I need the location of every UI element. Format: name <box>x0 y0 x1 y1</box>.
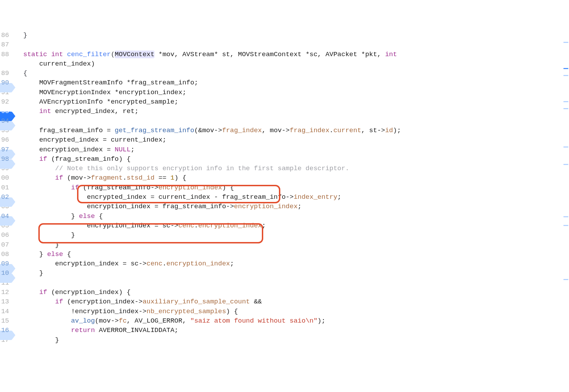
code-text[interactable]: MOVFragmentStreamInfo *frag_stream_info; <box>14 78 198 88</box>
minimap-marker <box>563 216 568 217</box>
code-line[interactable]: 11 <box>0 278 401 288</box>
code-text[interactable]: current_index) <box>14 59 95 69</box>
line-number: 14 <box>0 307 10 316</box>
code-text[interactable]: } <box>14 336 59 345</box>
code-line[interactable]: 86 } <box>0 31 401 40</box>
code-line[interactable]: 99 // Note this only supports encryption… <box>0 164 401 173</box>
code-editor[interactable]: 86 }8788 static int cenc_filter(MOVConte… <box>0 31 569 345</box>
code-text[interactable]: encrypted_index = current_index - frag_s… <box>14 193 341 202</box>
code-line[interactable]: 06 } <box>0 231 401 240</box>
line-number: 88 <box>0 50 10 59</box>
line-number: 96 <box>0 135 10 145</box>
code-text[interactable]: MOVEncryptionIndex *encryption_index; <box>14 88 186 97</box>
code-line[interactable]: 07 } <box>0 240 401 250</box>
line-number: 06 <box>0 231 10 240</box>
minimap[interactable] <box>563 0 569 392</box>
code-text[interactable]: if (encryption_index->auxiliary_info_sam… <box>14 297 262 307</box>
minimap-marker <box>563 164 568 165</box>
code-line[interactable]: 05 encryption_index = sc->cenc.encryptio… <box>0 221 401 231</box>
code-line[interactable]: 00 if (mov->fragment.stsd_id == 1) { <box>0 173 401 183</box>
code-text[interactable]: // Note this only supports encryption in… <box>14 164 349 173</box>
line-number: 02 <box>0 193 10 202</box>
line-number: 09 <box>0 259 10 269</box>
code-line[interactable]: 08 } else { <box>0 250 401 259</box>
line-number: 94 <box>0 116 10 126</box>
code-line[interactable]: 97 encryption_index = NULL; <box>0 145 401 154</box>
code-line[interactable]: 93 int encrypted_index, ret; <box>0 107 401 116</box>
code-text[interactable]: if (encryption_index) { <box>14 288 131 297</box>
minimap-marker <box>563 68 568 69</box>
code-text[interactable]: return AVERROR_INVALIDDATA; <box>14 326 179 335</box>
line-number: 92 <box>0 97 10 107</box>
code-text[interactable]: } <box>14 231 75 240</box>
code-line[interactable]: 15 av_log(mov->fc, AV_LOG_ERROR, "saiz a… <box>0 316 401 326</box>
line-number: 08 <box>0 250 10 259</box>
line-number: 90 <box>0 78 10 88</box>
line-number: 86 <box>0 31 10 40</box>
code-line[interactable]: 94 <box>0 116 401 126</box>
minimap-marker <box>563 108 568 109</box>
code-line[interactable]: 95 frag_stream_info = get_frag_stream_in… <box>0 126 401 135</box>
line-number: 16 <box>0 326 10 335</box>
code-text[interactable]: if (frag_stream_info) { <box>14 154 131 164</box>
code-line[interactable]: 09 encryption_index = sc->cenc.encryptio… <box>0 259 401 269</box>
code-text[interactable]: !encryption_index->nb_encrypted_samples)… <box>14 307 238 316</box>
code-text[interactable]: static int cenc_filter(MOVContext *mov, … <box>14 50 397 59</box>
code-line[interactable]: 89 { <box>0 69 401 78</box>
minimap-marker <box>563 146 568 148</box>
line-number: 93 <box>0 107 10 116</box>
code-line[interactable]: current_index) <box>0 59 401 69</box>
code-text[interactable]: encryption_index = frag_stream_info->enc… <box>14 202 302 211</box>
code-line[interactable]: 17 } <box>0 336 401 345</box>
line-number: 07 <box>0 240 10 250</box>
minimap-marker <box>563 42 568 43</box>
code-text[interactable]: av_log(mov->fc, AV_LOG_ERROR, "saiz atom… <box>14 316 325 326</box>
code-line[interactable]: 98 if (frag_stream_info) { <box>0 154 401 164</box>
code-line[interactable]: 91 MOVEncryptionIndex *encryption_index; <box>0 88 401 97</box>
minimap-marker <box>563 225 568 226</box>
code-line[interactable]: 14 !encryption_index->nb_encrypted_sampl… <box>0 307 401 316</box>
code-line[interactable]: 04 } else { <box>0 212 401 221</box>
line-number: 89 <box>0 69 10 78</box>
code-text[interactable]: encrypted_index = current_index; <box>14 135 166 145</box>
line-number: 04 <box>0 212 10 221</box>
code-line[interactable]: 90 MOVFragmentStreamInfo *frag_stream_in… <box>0 78 401 88</box>
minimap-marker <box>563 101 568 102</box>
line-number: 01 <box>0 183 10 193</box>
code-text[interactable]: frag_stream_info = get_frag_stream_info(… <box>14 126 401 135</box>
minimap-marker <box>563 279 568 280</box>
code-text[interactable]: } else { <box>14 212 103 221</box>
code-text[interactable]: AVEncryptionInfo *encrypted_sample; <box>14 97 178 107</box>
code-line[interactable]: 96 encrypted_index = current_index; <box>0 135 401 145</box>
code-text[interactable]: encryption_index = sc->cenc.encryption_i… <box>14 221 266 231</box>
code-text[interactable]: } <box>14 269 43 278</box>
line-number: 10 <box>0 269 10 278</box>
code-line[interactable]: 88 static int cenc_filter(MOVContext *mo… <box>0 50 401 59</box>
code-line[interactable]: 13 if (encryption_index->auxiliary_info_… <box>0 297 401 307</box>
line-number: 00 <box>0 173 10 183</box>
code-text[interactable]: { <box>14 69 27 78</box>
code-text[interactable]: } else { <box>14 250 71 259</box>
code-text[interactable]: encryption_index = NULL; <box>14 145 135 154</box>
code-text[interactable]: encryption_index = sc->cenc.encryption_i… <box>14 259 234 269</box>
minimap-marker <box>563 75 568 76</box>
code-content[interactable]: 86 }8788 static int cenc_filter(MOVConte… <box>0 31 401 345</box>
code-text[interactable]: if (frag_stream_info->encryption_index) … <box>14 183 234 193</box>
code-line[interactable]: 87 <box>0 40 401 50</box>
code-line[interactable]: 01 if (frag_stream_info->encryption_inde… <box>0 183 401 193</box>
line-number: 13 <box>0 297 10 307</box>
line-number: 15 <box>0 316 10 326</box>
line-number: 98 <box>0 154 10 164</box>
code-line[interactable]: 10 } <box>0 269 401 278</box>
code-line[interactable]: 92 AVEncryptionInfo *encrypted_sample; <box>0 97 401 107</box>
code-text[interactable]: if (mov->fragment.stsd_id == 1) { <box>14 173 186 183</box>
code-line[interactable]: 03 encryption_index = frag_stream_info->… <box>0 202 401 211</box>
line-number: 87 <box>0 40 10 50</box>
code-line[interactable]: 16 return AVERROR_INVALIDDATA; <box>0 326 401 335</box>
code-line[interactable]: 12 if (encryption_index) { <box>0 288 401 297</box>
line-number: 97 <box>0 145 10 154</box>
code-text[interactable]: } <box>14 31 27 40</box>
code-text[interactable]: } <box>14 240 59 250</box>
code-text[interactable]: int encrypted_index, ret; <box>14 107 138 116</box>
code-line[interactable]: 02 encrypted_index = current_index - fra… <box>0 193 401 202</box>
